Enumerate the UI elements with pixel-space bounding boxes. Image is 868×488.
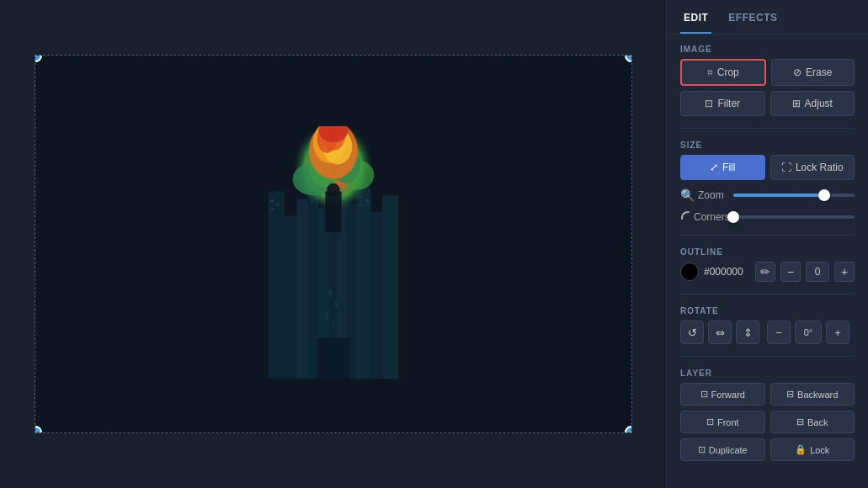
fill-label: Fill bbox=[722, 162, 735, 173]
rotate-section-label: ROTATE bbox=[680, 306, 855, 316]
crop-icon: ⌗ bbox=[707, 66, 713, 78]
corner-icon bbox=[680, 210, 690, 223]
erase-label: Erase bbox=[806, 66, 832, 78]
svg-rect-39 bbox=[326, 312, 328, 319]
backward-button[interactable]: ⊟ Backward bbox=[770, 383, 855, 406]
corners-thumb[interactable] bbox=[727, 211, 739, 223]
outline-section: OUTLINE #000000 ✏ − 0 + bbox=[680, 247, 855, 282]
back-button[interactable]: ⊟ Back bbox=[770, 411, 855, 433]
erase-button[interactable]: ⊘ Erase bbox=[771, 59, 855, 86]
layer-row-2: ⊡ Front ⊟ Back bbox=[680, 411, 855, 433]
svg-rect-1 bbox=[283, 215, 297, 379]
outline-eyedropper[interactable]: ✏ bbox=[755, 262, 775, 282]
erase-icon: ⊘ bbox=[793, 66, 801, 78]
layer-row-1: ⊡ Forward ⊟ Backward bbox=[680, 383, 855, 406]
svg-rect-23 bbox=[317, 338, 349, 379]
tab-edit[interactable]: EDIT bbox=[680, 0, 711, 34]
lock-button[interactable]: 🔒 Lock bbox=[770, 438, 855, 461]
corners-slider[interactable] bbox=[733, 215, 855, 219]
rotate-plus[interactable]: + bbox=[826, 321, 849, 344]
filter-icon: ⊡ bbox=[705, 98, 713, 109]
flip-horizontal-button[interactable]: ⇔ bbox=[708, 321, 732, 344]
image-section-label: IMAGE bbox=[680, 45, 855, 54]
svg-rect-37 bbox=[329, 289, 332, 296]
forward-button[interactable]: ⊡ Forward bbox=[680, 383, 765, 406]
front-button[interactable]: ⊡ Front bbox=[680, 411, 765, 433]
back-label: Back bbox=[807, 417, 828, 427]
zoom-icon: 🔍 bbox=[680, 188, 695, 202]
svg-rect-8 bbox=[356, 188, 370, 379]
right-panel: EDIT EFFECTS IMAGE ⌗ Crop ⊘ Erase ⊡ Filt… bbox=[666, 0, 868, 488]
svg-rect-40 bbox=[333, 321, 335, 328]
lock-ratio-icon: ⛶ bbox=[781, 162, 791, 173]
zoom-label: 🔍 Zoom bbox=[680, 188, 727, 202]
front-icon: ⊡ bbox=[706, 416, 714, 427]
handle-top-right[interactable] bbox=[625, 55, 632, 62]
svg-rect-0 bbox=[268, 191, 284, 379]
lock-ratio-label: Lock Ratio bbox=[796, 162, 844, 173]
zoom-thumb[interactable] bbox=[818, 189, 830, 201]
adjust-icon: ⊞ bbox=[792, 98, 801, 109]
size-section-label: SIZE bbox=[680, 141, 855, 150]
rotate-section: ROTATE ↺ ⇔ ⇕ − 0° + bbox=[680, 306, 855, 344]
corners-row: Corners bbox=[680, 210, 855, 223]
image-btn-row-1: ⌗ Crop ⊘ Erase bbox=[680, 59, 855, 86]
svg-rect-10 bbox=[382, 195, 398, 379]
duplicate-icon: ⊡ bbox=[698, 444, 706, 455]
svg-point-36 bbox=[327, 183, 339, 196]
outline-section-label: OUTLINE bbox=[680, 247, 855, 257]
rotate-ccw-button[interactable]: ↺ bbox=[680, 321, 704, 344]
tab-effects[interactable]: EFFECTS bbox=[725, 0, 780, 34]
divider-3 bbox=[680, 294, 855, 294]
svg-rect-11 bbox=[270, 199, 274, 202]
svg-rect-9 bbox=[370, 212, 382, 379]
adjust-label: Adjust bbox=[805, 98, 833, 109]
svg-rect-35 bbox=[325, 191, 341, 231]
svg-rect-22 bbox=[365, 199, 369, 202]
outline-value: 0 bbox=[806, 262, 829, 282]
front-label: Front bbox=[717, 417, 739, 427]
lock-icon: 🔒 bbox=[795, 444, 807, 455]
filter-label: Filter bbox=[717, 98, 740, 109]
image-btn-row-2: ⊡ Filter ⊞ Adjust bbox=[680, 91, 855, 116]
zoom-fill bbox=[733, 194, 824, 197]
duplicate-button[interactable]: ⊡ Duplicate bbox=[680, 438, 765, 461]
flip-vertical-button[interactable]: ⇕ bbox=[736, 321, 759, 344]
image-frame[interactable]: ↻ bbox=[35, 55, 632, 433]
backward-label: Backward bbox=[797, 390, 838, 400]
panel-content: IMAGE ⌗ Crop ⊘ Erase ⊡ Filter ⊞ Adju bbox=[667, 34, 868, 471]
svg-rect-12 bbox=[270, 208, 274, 210]
handle-bottom-right[interactable] bbox=[625, 426, 632, 433]
forward-label: Forward bbox=[711, 390, 745, 400]
fill-icon: ⤢ bbox=[710, 162, 718, 173]
image-section: IMAGE ⌗ Crop ⊘ Erase ⊡ Filter ⊞ Adju bbox=[680, 45, 855, 116]
rotate-row: ↺ ⇔ ⇕ − 0° + bbox=[680, 321, 855, 344]
filter-button[interactable]: ⊡ Filter bbox=[680, 91, 765, 116]
layer-section-label: LAYER bbox=[680, 369, 855, 378]
divider-2 bbox=[680, 235, 855, 236]
outline-minus[interactable]: − bbox=[780, 262, 801, 282]
corners-text: Corners bbox=[694, 211, 730, 223]
divider-4 bbox=[680, 356, 855, 357]
handle-bottom-left[interactable] bbox=[35, 426, 42, 433]
back-icon: ⊟ bbox=[796, 416, 804, 427]
fill-button[interactable]: ⤢ Fill bbox=[680, 155, 765, 180]
panel-tabs: EDIT EFFECTS bbox=[667, 0, 868, 34]
canvas-area: ↻ bbox=[0, 0, 666, 488]
size-section: SIZE ⤢ Fill ⛶ Lock Ratio 🔍 Zoom bbox=[680, 141, 855, 223]
lock-ratio-button[interactable]: ⛶ Lock Ratio bbox=[770, 155, 855, 180]
layer-section: LAYER ⊡ Forward ⊟ Backward ⊡ Front ⊟ bbox=[680, 369, 855, 461]
outline-color-swatch[interactable] bbox=[680, 263, 699, 281]
crop-label: Crop bbox=[717, 66, 739, 78]
zoom-slider[interactable] bbox=[733, 194, 855, 197]
artwork bbox=[266, 126, 401, 379]
svg-rect-13 bbox=[276, 204, 280, 206]
rotate-minus[interactable]: − bbox=[767, 321, 791, 344]
handle-top-left[interactable] bbox=[35, 55, 42, 62]
crop-button[interactable]: ⌗ Crop bbox=[680, 59, 766, 86]
backward-icon: ⊟ bbox=[786, 389, 794, 400]
outline-plus[interactable]: + bbox=[834, 262, 855, 282]
zoom-text: Zoom bbox=[698, 189, 724, 201]
adjust-button[interactable]: ⊞ Adjust bbox=[770, 91, 855, 116]
outline-row: #000000 ✏ − 0 + bbox=[680, 262, 855, 282]
